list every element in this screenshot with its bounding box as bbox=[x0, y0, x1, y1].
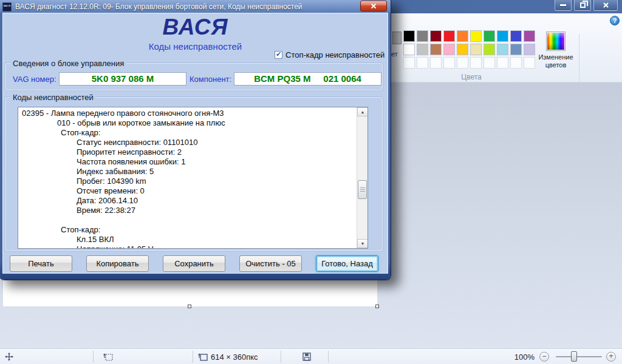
file-size-icon bbox=[302, 352, 311, 361]
close-icon bbox=[603, 2, 609, 8]
component-field: BCM PQ35 M 021 0064 bbox=[234, 72, 381, 86]
fault-codes-legend: Коды неисправностей bbox=[10, 93, 96, 102]
canvas-resize-handle-corner[interactable] bbox=[375, 305, 379, 308]
palette-empty-slot[interactable] bbox=[524, 57, 535, 69]
selection-size-icon bbox=[103, 352, 113, 361]
paint-status-bar: 614 × 360пкс 100% − + bbox=[0, 348, 622, 364]
component-label: Компонент: bbox=[190, 75, 231, 84]
palette-empty-slot[interactable] bbox=[497, 57, 508, 69]
status-separator bbox=[281, 351, 281, 363]
palette-swatch[interactable] bbox=[470, 44, 482, 55]
fault-codes-textarea[interactable]: 02395 - Лампа переднего правого стояночн… bbox=[18, 107, 368, 249]
checkmark-icon: ✔ bbox=[276, 51, 281, 58]
clear-codes-button[interactable]: Очистить - 05 bbox=[239, 255, 302, 272]
restore-button[interactable] bbox=[574, 0, 591, 11]
done-back-button[interactable]: Готово, Назад bbox=[316, 255, 378, 272]
minimize-button[interactable] bbox=[555, 0, 572, 11]
edit-colors-icon bbox=[546, 32, 566, 51]
status-separator bbox=[328, 351, 329, 363]
close-icon bbox=[371, 3, 377, 9]
status-separator bbox=[193, 351, 193, 363]
fault-code-line: Частота появления ошибки: 1 bbox=[18, 157, 356, 167]
print-button[interactable]: Печать bbox=[10, 255, 72, 272]
palette-swatch[interactable] bbox=[524, 44, 535, 55]
save-button[interactable]: Сохранить bbox=[163, 255, 225, 272]
palette-empty-slot[interactable] bbox=[430, 57, 442, 69]
image-size-value: 614 × 360пкс bbox=[211, 352, 258, 362]
cursor-position-icon bbox=[5, 352, 13, 361]
fault-code-line: Приоритет неисправности: 2 bbox=[18, 147, 356, 157]
palette-swatch[interactable] bbox=[457, 30, 468, 42]
palette-swatch[interactable] bbox=[524, 30, 535, 42]
palette-swatch[interactable] bbox=[417, 44, 428, 55]
edit-colors-label-2: цветов bbox=[535, 61, 577, 69]
palette-empty-slot[interactable] bbox=[403, 57, 415, 69]
palette-empty-slot[interactable] bbox=[484, 57, 495, 69]
palette-swatch[interactable] bbox=[403, 30, 415, 42]
palette-empty-slot[interactable] bbox=[417, 57, 428, 69]
vag-number-field: 5K0 937 086 M bbox=[59, 72, 186, 86]
zoom-slider-thumb[interactable] bbox=[571, 351, 577, 362]
fault-code-line: 02395 - Лампа переднего правого стояночн… bbox=[18, 109, 356, 118]
image-size-icon bbox=[198, 352, 208, 361]
ribbon-separator bbox=[579, 34, 579, 90]
palette-swatch[interactable] bbox=[443, 44, 455, 55]
vcds-window: ВАСЯ ВАСЯ диагност 12.12.0R: 09- Блок уп… bbox=[0, 0, 391, 280]
fault-code-line: 010 - обрыв или короткое замыкание на пл… bbox=[18, 118, 356, 128]
fault-code-line: Стоп-кадр: bbox=[18, 128, 356, 138]
fault-code-line: Стоп-кадр: bbox=[18, 225, 356, 235]
status-separator bbox=[93, 351, 94, 363]
fault-codes-group: Коды неисправностей 02395 - Лампа передн… bbox=[5, 97, 383, 251]
palette-swatch[interactable] bbox=[430, 44, 442, 55]
palette-row-1 bbox=[403, 30, 535, 42]
zoom-out-button[interactable]: − bbox=[539, 352, 549, 362]
palette-swatch[interactable] bbox=[510, 30, 522, 42]
fault-code-line bbox=[18, 215, 356, 225]
palette-swatch[interactable] bbox=[417, 30, 428, 42]
color2-label-partial: ет bbox=[391, 50, 398, 58]
vcds-client-area: ВАСЯ Коды неисправностей ✔ Стоп-кадр неи… bbox=[2, 13, 388, 274]
vcds-title-bar[interactable]: ВАСЯ ВАСЯ диагност 12.12.0R: 09- Блок уп… bbox=[2, 1, 388, 12]
fault-code-line: Напряжение: 11.05 V bbox=[18, 244, 356, 249]
palette-empty-slot[interactable] bbox=[443, 57, 455, 69]
help-icon[interactable]: ? bbox=[610, 16, 620, 25]
checkbox-box[interactable]: ✔ bbox=[275, 51, 282, 59]
fault-code-line: Отсчет времени: 0 bbox=[18, 186, 356, 196]
palette-empty-slot[interactable] bbox=[470, 57, 482, 69]
palette-swatch[interactable] bbox=[403, 44, 415, 55]
palette-swatch[interactable] bbox=[510, 44, 522, 55]
edit-colors-button[interactable]: Изменение цветов bbox=[535, 30, 577, 81]
controller-info-group: Сведения о блоке управления VAG номер: 5… bbox=[5, 63, 383, 90]
palette-swatch[interactable] bbox=[497, 44, 508, 55]
palette-swatch[interactable] bbox=[497, 30, 508, 42]
fault-code-line: Дата: 2006.14.10 bbox=[18, 196, 356, 206]
scroll-down-button[interactable]: ▼ bbox=[357, 239, 368, 248]
vag-number-label: VAG номер: bbox=[13, 75, 56, 84]
palette-swatch[interactable] bbox=[457, 44, 468, 55]
scroll-up-button[interactable]: ▲ bbox=[357, 107, 368, 116]
palette-empty-slot[interactable] bbox=[457, 57, 468, 69]
copy-button[interactable]: Копировать bbox=[86, 255, 149, 272]
palette-swatch[interactable] bbox=[470, 30, 482, 42]
restore-icon bbox=[580, 2, 586, 8]
palette-swatch[interactable] bbox=[443, 30, 455, 42]
zoom-in-button[interactable]: + bbox=[606, 352, 616, 362]
close-button[interactable] bbox=[593, 0, 618, 11]
zoom-slider-track[interactable] bbox=[556, 356, 602, 357]
palette-swatch[interactable] bbox=[430, 30, 442, 42]
fault-code-line: Кл.15 ВКЛ bbox=[18, 235, 356, 244]
freeze-frame-checkbox[interactable]: ✔ Стоп-кадр неисправностей bbox=[275, 50, 384, 59]
scrollbar-thumb[interactable] bbox=[358, 180, 367, 199]
screen: ? ет Изменение цветов Цвета bbox=[0, 0, 622, 364]
palette-empty-slot[interactable] bbox=[510, 57, 522, 69]
vcds-close-button[interactable] bbox=[360, 1, 387, 12]
palette-swatch[interactable] bbox=[484, 30, 495, 42]
vertical-scrollbar[interactable]: ▲ ▼ bbox=[357, 107, 367, 248]
canvas-resize-handle-bottom[interactable] bbox=[188, 305, 191, 308]
fault-code-line: Статус неисправности: 01101010 bbox=[18, 138, 356, 147]
vcds-heading: ВАСЯ bbox=[3, 15, 388, 40]
fault-codes-text: 02395 - Лампа переднего правого стояночн… bbox=[18, 109, 356, 249]
color2-swatch-partial[interactable] bbox=[392, 32, 402, 44]
palette-swatch[interactable] bbox=[484, 44, 495, 55]
colors-group-label: Цвета bbox=[447, 73, 496, 81]
